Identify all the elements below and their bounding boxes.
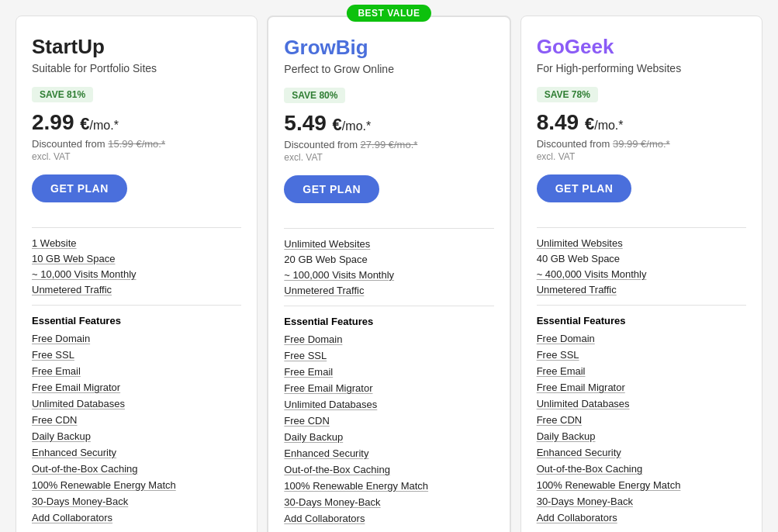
spec-item: ~ 10,000 Visits Monthly [32,268,241,280]
feature-item: Free SSL [284,350,493,361]
feature-item: Out-of-the-Box Caching [284,464,493,475]
divider-growbig [284,228,493,229]
spec-item: 40 GB Web Space [537,253,746,264]
divider-startup [32,227,241,228]
save-badge-startup: SAVE 81% [32,87,93,102]
feature-item: Free Domain [32,333,241,344]
feature-item: 30-Days Money-Back [284,496,493,508]
plan-name-startup: StartUp [32,35,241,59]
discounted-from-gogeek: Discounted from 39.99 €/mo.* [537,138,746,150]
feature-item: Enhanced Security [537,447,746,458]
feature-item: Free Domain [537,333,746,344]
feature-item: Free SSL [537,349,746,361]
plan-name-gogeek: GoGeek [537,35,746,59]
plan-name-growbig: GrowBig [284,36,493,60]
feature-item: Free Email [284,366,493,378]
get-plan-btn-gogeek[interactable]: GET PLAN [537,174,632,202]
features-header-growbig: Essential Features [284,316,493,327]
feature-item: Daily Backup [537,430,746,442]
feature-item: Free Email [32,365,241,377]
discounted-from-growbig: Discounted from 27.99 €/mo.* [284,139,493,150]
divider2-growbig [284,306,493,306]
plan-card-gogeek: GoGeekFor High-performing WebsitesSAVE 7… [520,16,762,532]
divider-gogeek [537,227,746,228]
discounted-from-startup: Discounted from 15.99 €/mo.* [32,138,241,150]
feature-item: Unlimited Databases [32,398,241,409]
spec-item: ~ 400,000 Visits Monthly [537,268,746,280]
feature-item: Enhanced Security [284,447,493,459]
feature-item: Free CDN [537,414,746,426]
excl-vat-growbig: excl. VAT [284,152,493,163]
spec-item: 1 Website [32,237,241,249]
feature-item: Unlimited Databases [284,399,493,410]
feature-item: 30-Days Money-Back [537,496,746,507]
spec-item: Unmetered Traffic [32,284,241,295]
feature-item: Free CDN [32,414,241,426]
spec-item: ~ 100,000 Visits Monthly [284,269,493,281]
feature-item: Add Collaborators [32,512,241,523]
feature-item: Free Email Migrator [32,382,241,393]
feature-item: Free Email Migrator [284,382,493,394]
plan-card-startup: StartUpSuitable for Portfolio SitesSAVE … [16,16,258,532]
feature-item: Unlimited Databases [537,398,746,409]
plan-subtitle-growbig: Perfect to Grow Online [284,63,493,75]
divider2-startup [32,305,241,306]
feature-item: 100% Renewable Energy Match [537,479,746,491]
feature-item: Enhanced Security [32,447,241,458]
feature-item: 100% Renewable Energy Match [284,480,493,492]
features-list-gogeek: Free DomainFree SSLFree EmailFree Email … [537,333,746,523]
feature-item: Free Email [537,365,746,377]
feature-item: Out-of-the-Box Caching [32,463,241,475]
save-badge-growbig: SAVE 80% [284,88,345,103]
plan-subtitle-gogeek: For High-performing Websites [537,62,746,74]
spec-item: 20 GB Web Space [284,254,493,265]
features-list-growbig: Free DomainFree SSLFree EmailFree Email … [284,333,493,524]
feature-item: Add Collaborators [537,512,746,523]
specs-list-gogeek: Unlimited Websites40 GB Web Space~ 400,0… [537,237,746,295]
feature-item: Free CDN [284,415,493,427]
price-startup: 2.99 €/mo.* [32,110,241,135]
spec-item: Unlimited Websites [284,238,493,250]
price-gogeek: 8.49 €/mo.* [537,110,746,135]
get-plan-btn-growbig[interactable]: GET PLAN [284,175,379,203]
feature-item: 30-Days Money-Back [32,496,241,507]
features-header-gogeek: Essential Features [537,315,746,326]
price-growbig: 5.49 €/mo.* [284,111,493,136]
features-header-startup: Essential Features [32,315,241,326]
specs-list-growbig: Unlimited Websites20 GB Web Space~ 100,0… [284,238,493,296]
best-value-badge: BEST VALUE [347,5,430,22]
excl-vat-gogeek: excl. VAT [537,151,746,162]
plan-card-growbig: BEST VALUEGrowBigPerfect to Grow OnlineS… [267,16,510,532]
feature-item: Free Email Migrator [537,382,746,393]
save-badge-gogeek: SAVE 78% [537,87,598,102]
features-list-startup: Free DomainFree SSLFree EmailFree Email … [32,333,241,523]
spec-item: Unlimited Websites [537,237,746,249]
feature-item: Daily Backup [32,430,241,442]
specs-list-startup: 1 Website10 GB Web Space~ 10,000 Visits … [32,237,241,295]
feature-item: 100% Renewable Energy Match [32,479,241,491]
excl-vat-startup: excl. VAT [32,151,241,162]
feature-item: Out-of-the-Box Caching [537,463,746,475]
spec-item: 10 GB Web Space [32,253,241,264]
spec-item: Unmetered Traffic [537,284,746,295]
spec-item: Unmetered Traffic [284,285,493,296]
feature-item: Add Collaborators [284,513,493,524]
get-plan-btn-startup[interactable]: GET PLAN [32,174,127,202]
feature-item: Free SSL [32,349,241,361]
plans-container: StartUpSuitable for Portfolio SitesSAVE … [16,16,762,532]
divider2-gogeek [537,305,746,306]
feature-item: Daily Backup [284,431,493,443]
plan-subtitle-startup: Suitable for Portfolio Sites [32,62,241,74]
feature-item: Free Domain [284,333,493,345]
